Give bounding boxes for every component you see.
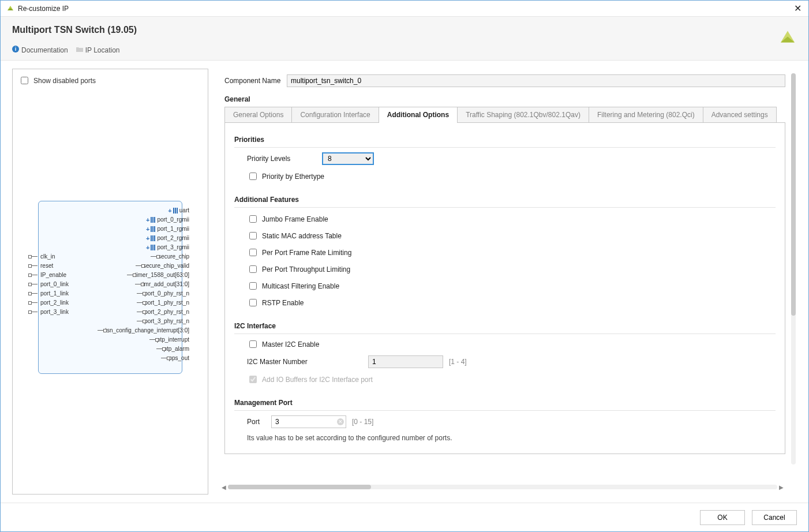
cancel-button[interactable]: Cancel — [752, 510, 797, 525]
group-management-port: Management Port — [234, 399, 776, 407]
tabbar: General OptionsConfiguration InterfaceAd… — [224, 107, 785, 123]
header: Multiport TSN Switch (19.05) i Documenta… — [1, 17, 808, 61]
port-uart: uart+ — [168, 207, 191, 214]
port-port_1_rgmii: port_1_rgmii+ — [146, 226, 191, 233]
port-secure_chip_valid: secure_chip_valid — [136, 263, 191, 269]
port-reset: reset — [32, 263, 53, 269]
dialog-footer: OK Cancel — [1, 503, 808, 531]
folder-icon — [76, 46, 83, 54]
priority-levels-label: Priority Levels — [247, 155, 316, 163]
port-port_3_phy_rst_n: port_3_phy_rst_n — [137, 318, 191, 324]
port-port_1_phy_rst_n: port_1_phy_rst_n — [137, 299, 191, 306]
component-name-label: Component Name — [224, 77, 282, 85]
config-scroll: Component Name General General OptionsCo… — [215, 69, 797, 482]
tab-content: Priorities Priority Levels 8 Priority by… — [224, 123, 785, 454]
port-IP_enable: IP_enable — [32, 272, 66, 278]
mgmt-port-label: Port — [247, 418, 265, 426]
horizontal-scrollbar[interactable]: ◀ ▶ — [220, 483, 785, 491]
checkbox-rstp-enable[interactable]: RSTP Enable — [247, 297, 776, 308]
port-port_0_phy_rst_n: port_0_phy_rst_n — [137, 290, 191, 297]
brand-logo-icon — [778, 28, 797, 48]
tab-filtering-and-metering-802-qci-[interactable]: Filtering and Metering (802.Qci) — [589, 107, 703, 122]
port-port_0_link: port_0_link — [32, 281, 69, 287]
schematic-panel: Show disabled ports uart+port_0_rgmii+po… — [12, 69, 208, 494]
tab-general-options[interactable]: General Options — [225, 107, 292, 122]
tab-advanced-settings[interactable]: Advanced settings — [703, 107, 777, 122]
port-port_0_rgmii: port_0_rgmii+ — [146, 216, 191, 223]
port-timer_1588_out[63:0]: timer_1588_out[63:0] — [127, 272, 191, 278]
checkbox-static-mac-address-table[interactable]: Static MAC address Table — [247, 230, 776, 241]
app-icon — [6, 5, 14, 13]
ok-button[interactable]: OK — [700, 510, 745, 525]
port-port_2_rgmii: port_2_rgmii+ — [146, 235, 191, 242]
add-io-buffers-checkbox: Add IO Buffers for I2C Interface port — [247, 374, 776, 385]
mgmt-port-description: Its value has to be set according to the… — [247, 434, 776, 442]
port-port_3_link: port_3_link — [32, 309, 69, 315]
ip-location-link[interactable]: IP Location — [76, 46, 120, 54]
port-port_2_phy_rst_n: port_2_phy_rst_n — [137, 309, 191, 315]
config-panel: Component Name General General OptionsCo… — [215, 69, 797, 494]
master-i2c-enable-checkbox[interactable]: Master I2C Enable — [247, 339, 776, 350]
port-pps_out: pps_out — [161, 355, 191, 361]
checkbox-multicast-filtering-enable[interactable]: Multicast Filtering Enable — [247, 280, 776, 291]
svg-text:i: i — [15, 46, 17, 52]
port-port_3_rgmii: port_3_rgmii+ — [146, 244, 191, 251]
mgmt-port-range: [0 - 15] — [352, 418, 373, 426]
clear-icon[interactable]: ✕ — [337, 418, 344, 425]
i2c-master-number-label: I2C Master Number — [247, 358, 362, 366]
scroll-right-icon[interactable]: ▶ — [777, 484, 785, 490]
port-tmr_add_out[31:0]: tmr_add_out[31:0] — [135, 281, 191, 287]
window-title: Re-customize IP — [18, 5, 69, 13]
group-additional-features: Additional Features — [234, 196, 776, 204]
component-name-input[interactable] — [287, 74, 785, 87]
i2c-master-number-input[interactable] — [368, 355, 443, 368]
checkbox-per-port-frame-rate-limiting[interactable]: Per Port Frame Rate Limiting — [247, 247, 776, 258]
ip-block-schematic: uart+port_0_rgmii+port_1_rgmii+port_2_rg… — [38, 201, 182, 374]
info-icon: i — [12, 46, 19, 54]
tab-configuration-interface[interactable]: Configuration Interface — [292, 107, 379, 122]
tab-additional-options[interactable]: Additional Options — [379, 107, 458, 122]
mgmt-port-input[interactable] — [271, 415, 346, 428]
mgmt-port-input-wrap: ✕ — [271, 415, 346, 428]
port-ptp_interrupt: ptp_interrupt — [149, 336, 191, 343]
i2c-master-number-range: [1 - 4] — [449, 358, 467, 366]
port-port_1_link: port_1_link — [32, 290, 69, 297]
priority-levels-select[interactable]: 8 — [322, 152, 374, 165]
checkbox-jumbo-frame-enable[interactable]: Jumbo Frame Enable — [247, 213, 776, 224]
titlebar: Re-customize IP ✕ — [1, 1, 808, 17]
port-port_2_link: port_2_link — [32, 299, 69, 306]
tab-traffic-shaping-802-1qbv-802-1qav-[interactable]: Traffic Shaping (802.1Qbv/802.1Qav) — [458, 107, 589, 122]
port-clk_in: clk_in — [32, 253, 55, 260]
port-ptp_alarm: ptp_alarm — [156, 346, 191, 352]
close-icon[interactable]: ✕ — [791, 3, 805, 14]
port-secure_chip: secure_chip — [151, 253, 191, 260]
show-disabled-ports-checkbox[interactable]: Show disabled ports — [18, 75, 202, 86]
group-priorities: Priorities — [234, 136, 776, 144]
vertical-scrollbar[interactable] — [791, 73, 796, 464]
page-title: Multiport TSN Switch (19.05) — [12, 25, 797, 35]
section-general: General — [224, 95, 785, 103]
scroll-left-icon[interactable]: ◀ — [220, 484, 228, 490]
port-tsn_config_change_interrupt[3:0]: tsn_config_change_interrupt[3:0] — [98, 327, 191, 334]
group-i2c-interface: I2C Interface — [234, 322, 776, 330]
documentation-link[interactable]: i Documentation — [12, 46, 68, 54]
priority-by-ethertype-checkbox[interactable]: Priority by Ethertype — [247, 171, 776, 182]
checkbox-per-port-throughput-limiting[interactable]: Per Port Throughput Limiting — [247, 264, 776, 275]
